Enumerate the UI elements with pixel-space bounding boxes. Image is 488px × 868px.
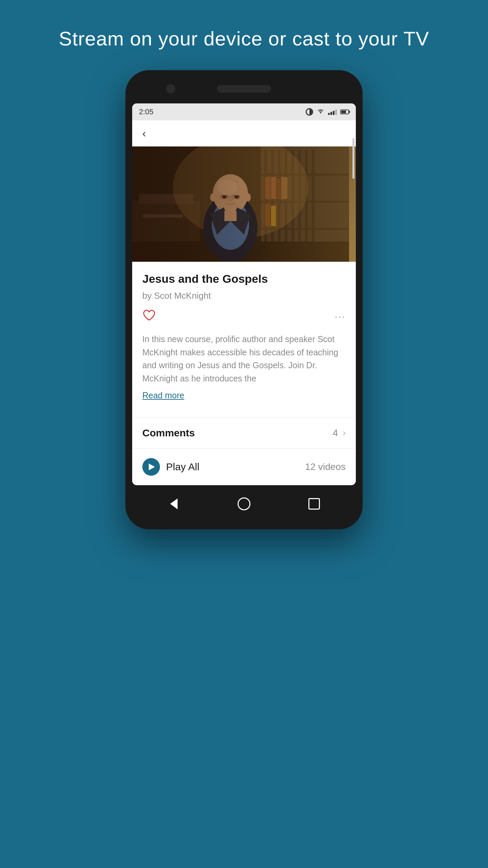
scroll-indicator [352, 138, 354, 179]
back-button[interactable]: ‹ [142, 128, 146, 139]
course-title: Jesus and the Gospels [142, 272, 346, 286]
signal-icon [328, 109, 337, 115]
course-description: In this new course, prolific author and … [142, 333, 346, 385]
phone-bottom-nav [132, 485, 356, 519]
phone-device: 2:05 [125, 70, 363, 529]
play-all-row[interactable]: Play All 12 videos [132, 449, 356, 485]
favorite-button[interactable] [142, 309, 156, 324]
comments-label: Comments [142, 427, 195, 439]
hero-image [132, 146, 356, 262]
header-text: Stream on your device or cast to your TV [32, 27, 456, 50]
home-circle-icon [238, 497, 250, 510]
wifi-icon [317, 109, 325, 115]
hero-overlay [132, 146, 356, 262]
battery-icon [340, 110, 349, 114]
system-recents-button[interactable] [306, 495, 323, 512]
status-bar: 2:05 [132, 103, 356, 120]
videos-count: 12 videos [305, 461, 346, 472]
recents-square-icon [308, 498, 320, 510]
data-icon [306, 108, 313, 116]
read-more-link[interactable]: Read more [142, 391, 184, 400]
system-back-button[interactable] [165, 495, 182, 512]
play-all-left: Play All [142, 458, 199, 476]
phone-top-bezel [132, 80, 356, 97]
back-triangle-icon [170, 498, 178, 509]
comments-count: 4 [333, 428, 338, 438]
status-time: 2:05 [139, 107, 154, 116]
app-content: ‹ [132, 120, 356, 485]
phone-screen: 2:05 [132, 103, 356, 485]
play-all-label: Play All [166, 461, 199, 473]
action-row: ··· [142, 309, 346, 324]
course-author: by Scot McKnight [142, 291, 346, 301]
system-home-button[interactable] [236, 495, 252, 512]
chevron-right-icon: › [343, 428, 346, 438]
comments-right: 4 › [333, 428, 346, 438]
phone-camera [166, 84, 176, 94]
more-options-button[interactable]: ··· [335, 311, 346, 322]
navigation-bar: ‹ [132, 120, 356, 146]
status-icons [306, 108, 349, 116]
comments-row[interactable]: Comments 4 › [132, 418, 356, 449]
play-all-button[interactable] [142, 458, 160, 476]
play-triangle-icon [149, 463, 155, 470]
course-info-section: Jesus and the Gospels by Scot McKnight ·… [132, 262, 356, 417]
phone-speaker [217, 85, 271, 93]
